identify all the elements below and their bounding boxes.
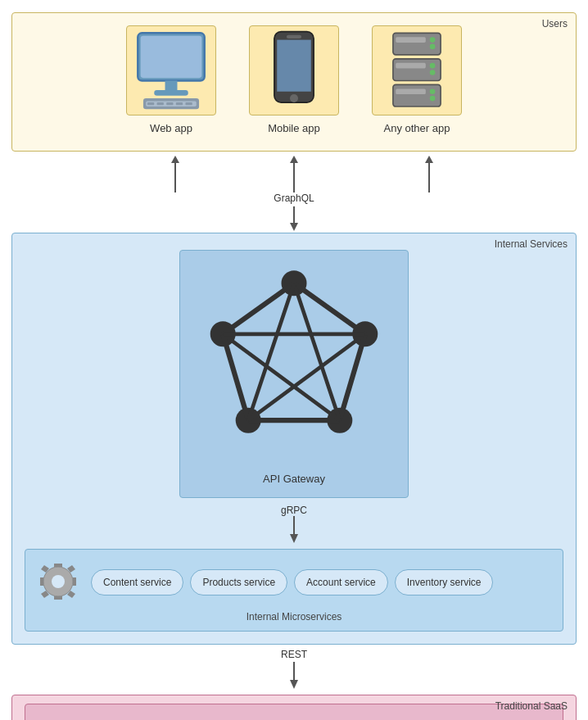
svg-point-26 (430, 96, 436, 102)
svg-marker-30 (290, 156, 298, 163)
users-icons-row: Web app Mobile app (25, 21, 563, 138)
mobile-icon (250, 26, 338, 115)
svg-rect-2 (165, 80, 178, 91)
cloud-building-icon-container (34, 714, 87, 720)
svg-rect-16 (396, 37, 426, 43)
any-other-app-label: Any other app (384, 122, 450, 134)
users-section-label: Users (542, 18, 568, 29)
rest-label: REST (281, 649, 307, 660)
service-pills-container: Content service Products service Account… (91, 569, 493, 595)
svg-rect-7 (157, 102, 164, 105)
arrow-down-rest (286, 662, 302, 691)
svg-marker-34 (290, 223, 298, 231)
cloud-building-icon (38, 714, 83, 720)
mobile-app-icon-box (249, 25, 339, 115)
any-other-app-item: Any other app (372, 25, 462, 134)
users-section: Users (11, 12, 577, 152)
svg-rect-24 (396, 88, 426, 94)
mobile-app-item: Mobile app (249, 25, 339, 134)
mobile-app-label: Mobile app (268, 122, 320, 134)
grpc-connector: gRPC (25, 505, 563, 545)
svg-rect-9 (176, 102, 183, 105)
arrow-down-graphql (286, 206, 302, 233)
server-icon (373, 26, 461, 115)
svg-point-25 (430, 88, 436, 94)
external-systems-box: eCommerce CMS CRM ERP External Systems (25, 704, 563, 720)
svg-rect-23 (393, 84, 441, 106)
svg-line-48 (223, 334, 340, 420)
three-arrows-up-svg (11, 152, 577, 197)
grpc-label: gRPC (281, 505, 307, 516)
svg-rect-10 (185, 102, 192, 105)
svg-line-43 (223, 334, 248, 420)
account-service-pill: Account service (294, 569, 388, 595)
svg-marker-28 (171, 156, 179, 163)
svg-point-53 (52, 575, 65, 588)
monitor-icon (127, 26, 215, 115)
saas-section: Traditional SaaS (11, 695, 577, 720)
external-inner: eCommerce CMS CRM ERP (34, 714, 554, 720)
svg-rect-3 (154, 90, 188, 96)
internal-services-section: Internal Services (11, 233, 577, 645)
saas-section-label: Traditional SaaS (495, 700, 568, 712)
svg-point-21 (430, 63, 436, 69)
svg-rect-8 (166, 102, 173, 105)
products-service-pill: Products service (190, 569, 287, 595)
svg-rect-15 (393, 33, 441, 55)
svg-point-22 (430, 70, 436, 75)
svg-point-17 (430, 37, 436, 43)
api-gateway-box: API Gateway (179, 250, 409, 498)
web-app-icon-box (126, 25, 216, 115)
gear-icon-container (34, 559, 83, 605)
svg-line-47 (248, 334, 365, 420)
svg-point-18 (430, 44, 436, 50)
gear-icon (36, 559, 81, 605)
svg-rect-19 (393, 59, 441, 81)
svg-rect-6 (147, 102, 154, 105)
internal-section-label: Internal Services (495, 238, 568, 250)
svg-point-13 (290, 94, 298, 102)
graphql-connector: GraphQL (11, 152, 577, 233)
inventory-service-pill: Inventory service (395, 569, 494, 595)
api-gateway-label: API Gateway (263, 473, 325, 485)
svg-rect-1 (141, 36, 202, 79)
svg-line-46 (248, 283, 294, 420)
svg-line-41 (223, 283, 294, 334)
rest-connector: REST (281, 649, 307, 691)
svg-marker-55 (290, 680, 298, 689)
any-other-app-icon-box (372, 25, 462, 115)
graphql-label: GraphQL (274, 192, 314, 204)
svg-rect-14 (287, 35, 301, 38)
svg-line-45 (294, 283, 340, 420)
content-service-pill: Content service (91, 569, 183, 595)
api-gateway-icon (192, 263, 396, 466)
microservices-box: Content service Products service Account… (25, 549, 563, 632)
svg-rect-20 (396, 63, 426, 69)
arrow-down-grpc (286, 516, 302, 545)
architecture-diagram: Users (11, 12, 577, 720)
svg-marker-51 (290, 534, 298, 543)
svg-line-42 (340, 334, 365, 420)
svg-marker-32 (425, 156, 433, 163)
svg-line-40 (294, 283, 365, 334)
web-app-label: Web app (150, 122, 192, 134)
microservices-label: Internal Microservices (34, 611, 554, 623)
svg-rect-12 (277, 40, 311, 92)
microservices-inner: Content service Products service Account… (34, 559, 554, 605)
web-app-item: Web app (126, 25, 216, 134)
